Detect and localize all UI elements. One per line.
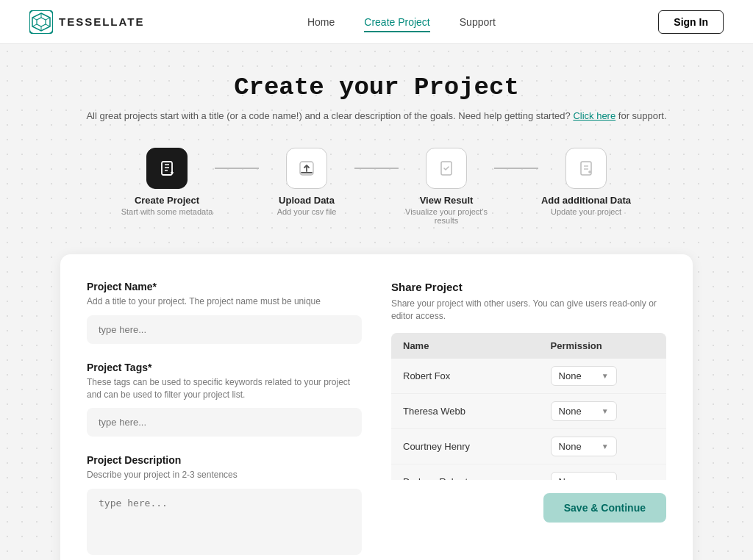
table-row: Robert Fox None ▼ — [391, 359, 666, 394]
chevron-down-icon: ▼ — [602, 442, 609, 450]
step-label-upload-data: Upload Data — [279, 195, 335, 206]
step-upload-data: Upload Data Add your csv file — [259, 148, 354, 216]
permission-value: None — [559, 441, 582, 452]
project-description-desc: Describe your project in 2-3 sentences — [87, 469, 362, 481]
project-tags-input[interactable] — [87, 408, 362, 437]
project-tags-label: Project Tags* — [87, 362, 362, 373]
logo-text: TESSELLATE — [59, 15, 144, 28]
step-icon-upload-data — [286, 148, 327, 189]
clipboard-check-icon — [438, 159, 455, 177]
project-name-desc: Add a title to your project. The project… — [87, 295, 362, 308]
permission-cell: None ▼ — [539, 428, 666, 464]
permission-cell: None ▼ — [539, 393, 666, 428]
save-btn-wrap: Save & Continue — [391, 493, 666, 523]
project-name-label: Project Name* — [87, 281, 362, 292]
project-description-input[interactable] — [87, 489, 362, 555]
chevron-down-icon: ▼ — [602, 372, 609, 380]
nav-support[interactable]: Support — [460, 16, 496, 28]
step-sublabel-view-result: Visualize your project's results — [399, 207, 494, 225]
step-sublabel-create-project: Start with some metadata — [121, 207, 213, 216]
project-name-section: Project Name* Add a title to your projec… — [87, 281, 362, 344]
step-icon-view-result — [426, 148, 467, 189]
nav-home[interactable]: Home — [307, 16, 335, 28]
step-icon-create-project — [146, 148, 188, 189]
save-continue-button[interactable]: Save & Continue — [543, 493, 666, 523]
col-header-name: Name — [391, 333, 539, 359]
nav-links: Home Create Project Support — [307, 15, 496, 29]
permission-value: None — [559, 476, 582, 480]
form-right: Share Project Share your project with ot… — [391, 281, 666, 558]
project-description-section: Project Description Describe your projec… — [87, 454, 362, 558]
table-row: Theresa Webb None ▼ — [391, 393, 666, 428]
main-content: Create your Project All great projects s… — [46, 44, 707, 560]
user-name: Darlene Robertson — [391, 464, 539, 480]
step-sublabel-add-data: Update your project — [551, 207, 621, 216]
permission-dropdown[interactable]: None ▼ — [551, 437, 617, 456]
help-link[interactable]: Click here — [573, 110, 615, 121]
logo-icon — [29, 10, 53, 34]
chevron-down-icon: ▼ — [602, 478, 609, 480]
page-title: Create your Project — [60, 73, 693, 101]
step-label-add-data: Add additional Data — [541, 195, 631, 206]
nav-create-project[interactable]: Create Project — [364, 16, 429, 32]
svg-marker-2 — [37, 18, 46, 26]
add-data-icon — [577, 159, 595, 177]
svg-line-4 — [46, 18, 50, 20]
svg-line-8 — [32, 18, 37, 20]
permission-cell: None ▼ — [539, 464, 666, 480]
table-row: Courtney Henry None ▼ — [391, 428, 666, 464]
share-project-title: Share Project — [391, 281, 666, 293]
col-header-permission: Permission — [539, 333, 666, 359]
permission-dropdown[interactable]: None ▼ — [551, 366, 617, 386]
svg-line-5 — [46, 24, 50, 26]
page-subtitle: All great projects start with a title (o… — [60, 110, 693, 121]
step-label-view-result: View Result — [420, 195, 474, 206]
permission-dropdown[interactable]: None ▼ — [551, 401, 617, 421]
permission-cell: None ▼ — [539, 359, 666, 394]
step-label-create-project: Create Project — [135, 195, 199, 206]
chevron-down-icon: ▼ — [602, 407, 609, 415]
step-connector-1 — [215, 168, 259, 169]
sign-in-button[interactable]: Sign In — [658, 10, 724, 34]
permission-value: None — [559, 406, 582, 417]
permission-dropdown[interactable]: None ▼ — [551, 472, 617, 480]
project-name-input[interactable] — [87, 315, 362, 344]
svg-rect-9 — [162, 162, 172, 175]
clipboard-plus-icon — [158, 159, 176, 177]
project-description-label: Project Description — [87, 454, 362, 466]
step-connector-2 — [354, 168, 399, 169]
stepper: Create Project Start with some metadata … — [60, 148, 693, 225]
navbar: TESSELLATE Home Create Project Support S… — [0, 0, 753, 44]
step-add-data: Add additional Data Update your project — [538, 148, 634, 216]
form-card: Project Name* Add a title to your projec… — [60, 254, 693, 560]
permission-value: None — [559, 370, 582, 381]
form-left: Project Name* Add a title to your projec… — [87, 281, 362, 558]
project-tags-desc: These tags can be used to specific keywo… — [87, 376, 362, 401]
project-tags-section: Project Tags* These tags can be used to … — [87, 362, 362, 437]
share-project-desc: Share your project with other users. You… — [391, 298, 666, 323]
user-name: Theresa Webb — [391, 393, 539, 428]
share-table-wrapper: Name Permission Robert Fox None ▼ Theres… — [391, 333, 666, 480]
step-connector-3 — [494, 168, 538, 169]
svg-line-7 — [32, 24, 37, 26]
step-view-result: View Result Visualize your project's res… — [399, 148, 494, 225]
share-table: Name Permission Robert Fox None ▼ Theres… — [391, 333, 666, 480]
step-sublabel-upload-data: Add your csv file — [277, 207, 337, 216]
step-create-project: Create Project Start with some metadata — [119, 148, 215, 216]
logo: TESSELLATE — [29, 10, 144, 34]
upload-icon — [298, 159, 315, 177]
step-icon-add-data — [565, 148, 607, 189]
table-row: Darlene Robertson None ▼ — [391, 464, 666, 480]
user-name: Robert Fox — [391, 359, 539, 394]
user-name: Courtney Henry — [391, 428, 539, 464]
